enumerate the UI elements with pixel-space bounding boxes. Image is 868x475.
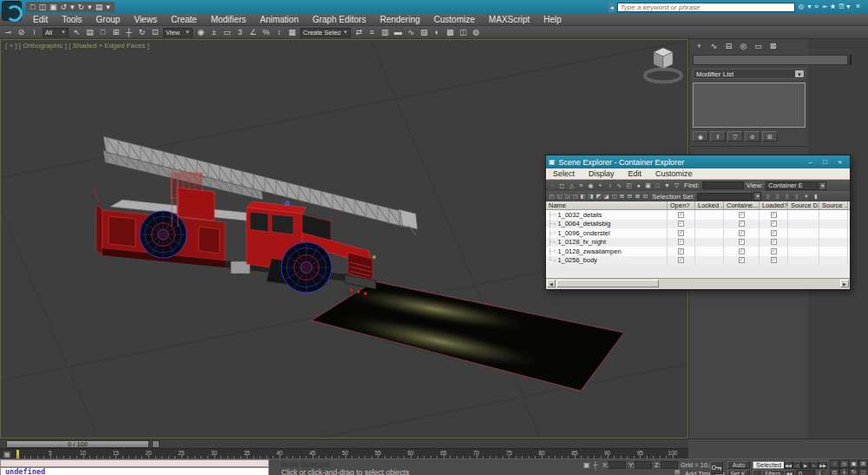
checkbox[interactable]: ✓ <box>678 212 684 218</box>
tab-motion[interactable]: ◎ <box>737 40 750 51</box>
object-color-swatch[interactable] <box>850 55 852 65</box>
reload-container-icon[interactable]: ▯ <box>783 193 791 201</box>
new-file-icon[interactable]: □ <box>30 2 36 12</box>
menu-group[interactable]: Group <box>89 14 128 26</box>
se-menu-display[interactable]: Display <box>582 169 621 178</box>
checkbox[interactable]: ✓ <box>739 221 745 227</box>
go-to-start-button[interactable]: ◀◀ <box>784 461 792 469</box>
select-and-scale-icon[interactable]: ⊡ <box>148 27 161 38</box>
infocenter-search-input[interactable] <box>617 3 795 12</box>
select-none-icon[interactable]: □ <box>653 181 662 190</box>
container-tool-icon-6[interactable]: ◨ <box>587 193 595 201</box>
material-editor-icon[interactable]: ◐ <box>431 27 444 38</box>
viewcube[interactable] <box>645 48 681 82</box>
se-maximize-button[interactable]: □ <box>818 157 832 168</box>
checkbox[interactable]: ✓ <box>739 257 745 263</box>
checkbox[interactable]: ✓ <box>739 212 745 218</box>
display-geometry-icon[interactable]: ◻ <box>557 181 567 190</box>
display-containers-icon[interactable]: ◰ <box>624 181 634 190</box>
row-name-cell[interactable]: ├○1_0128_fx_night <box>546 238 667 247</box>
menu-rendering[interactable]: Rendering <box>373 14 427 26</box>
row-cell[interactable] <box>788 228 819 238</box>
display-shapes-icon[interactable]: △ <box>567 181 576 190</box>
se-close-button[interactable]: × <box>832 157 847 168</box>
container-tool-icon-11[interactable]: ⊟ <box>626 193 634 201</box>
track-bar[interactable]: ▦ 51015202530354045505560657075808590951… <box>0 448 688 459</box>
previous-frame-button[interactable]: ◁ <box>792 461 801 469</box>
container-tool-icon-13[interactable]: ⊡ <box>641 193 649 201</box>
column-header-source[interactable]: Source ... <box>819 201 848 209</box>
reference-coordinate-select[interactable]: View▼ <box>163 28 193 37</box>
row-cell[interactable] <box>819 228 848 238</box>
select-and-rotate-icon[interactable]: ↻ <box>135 27 148 38</box>
se-menu-edit[interactable]: Edit <box>621 169 649 178</box>
chevron-down-icon[interactable]: ▼ <box>343 30 348 35</box>
unlink-selection-icon[interactable]: ⊘ <box>15 27 28 38</box>
container-tool-icon-12[interactable]: ⊠ <box>634 193 641 201</box>
viewport-label[interactable]: [ + ] [ Orthographic ] [ Shaded + Edged … <box>5 42 149 49</box>
view-select[interactable]: Container E <box>766 181 818 190</box>
zoom-icon[interactable]: ○ <box>830 459 839 468</box>
modifier-stack-list[interactable] <box>693 82 806 128</box>
modifier-list-dropdown[interactable]: Modifier List ▼ <box>693 69 806 79</box>
scrollbar-thumb[interactable] <box>556 280 659 287</box>
y-coordinate-field[interactable] <box>635 461 652 469</box>
checkbox[interactable]: ✓ <box>739 230 745 236</box>
minimize-button[interactable]: – <box>817 1 833 12</box>
menu-help[interactable]: Help <box>536 14 569 26</box>
chevron-down-icon[interactable]: ▼ <box>185 30 190 35</box>
row-cell[interactable]: ✓ <box>724 228 760 238</box>
select-all-icon[interactable]: ▣ <box>643 181 653 190</box>
row-cell[interactable]: ✓ <box>724 256 760 266</box>
select-and-manipulate-icon[interactable]: ± <box>207 27 220 38</box>
menu-graph-editors[interactable]: Graph Editors <box>306 14 373 26</box>
layer-explorer-icon[interactable]: ▥ <box>378 27 391 38</box>
update-container-icon[interactable]: ▯ <box>792 193 800 201</box>
edit-named-selection-sets-icon[interactable]: ▦ <box>286 27 299 38</box>
zoom-all-icon[interactable]: ◎ <box>839 459 849 468</box>
row-cell[interactable] <box>695 220 724 229</box>
close-button[interactable]: × <box>850 1 866 12</box>
row-cell[interactable]: ✓ <box>760 220 788 229</box>
open-file-icon[interactable]: ◫ <box>37 2 47 12</box>
snap-toggle-3d-icon[interactable]: 3 <box>233 27 247 38</box>
row-cell[interactable]: ✓ <box>760 256 788 266</box>
horizontal-scrollbar[interactable]: ◀ ▶ <box>546 278 850 287</box>
row-cell[interactable] <box>819 247 848 256</box>
row-cell[interactable] <box>819 220 848 229</box>
current-frame-field[interactable] <box>796 470 815 475</box>
row-cell[interactable]: ✓ <box>760 247 788 256</box>
row-cell[interactable]: ✓ <box>724 220 760 229</box>
chevron-down-icon[interactable]: ▼ <box>61 30 66 35</box>
mirror-icon[interactable]: ⇄ <box>352 27 365 38</box>
column-header-open[interactable]: Open? <box>667 201 695 209</box>
dropdown-icon[interactable]: ▾ <box>802 193 810 201</box>
checkbox[interactable]: ✓ <box>739 248 745 254</box>
row-cell[interactable] <box>819 256 848 266</box>
absolute-mode-icon[interactable]: ┼ <box>593 461 598 469</box>
object-name-field[interactable] <box>693 55 848 65</box>
render-production-icon[interactable]: ◍ <box>470 27 483 38</box>
maximize-viewport-icon[interactable]: □ <box>858 468 868 475</box>
lock-icon[interactable]: ▮ <box>812 193 819 201</box>
menu-maxscript[interactable]: MAXScript <box>482 14 536 26</box>
view-select-arrow-icon[interactable]: ▼ <box>819 181 826 190</box>
tab-create[interactable]: + <box>693 40 706 51</box>
checkbox[interactable]: ✓ <box>678 221 684 227</box>
auto-key-button[interactable]: Auto <box>727 461 750 469</box>
set-key-button[interactable]: Set K. <box>727 470 750 475</box>
checkbox[interactable]: ✓ <box>678 239 684 245</box>
checkbox[interactable]: ✓ <box>678 230 684 236</box>
column-header-containe[interactable]: Containe... <box>724 201 760 209</box>
remove-modifier-button[interactable]: ⊘ <box>745 131 760 142</box>
row-cell[interactable]: ✓ <box>760 228 788 238</box>
table-row[interactable]: ├○1_0128_fx_night✓✓✓ <box>546 238 850 247</box>
maxscript-mini-listener[interactable]: undefined <box>0 467 269 475</box>
row-name-cell[interactable]: ├○1_0064_detailsbig <box>546 220 667 229</box>
row-cell[interactable]: ✓ <box>760 238 788 247</box>
search-icon[interactable]: ◎ <box>797 2 806 12</box>
row-name-cell[interactable]: └○1_0256_body <box>546 256 667 266</box>
row-cell[interactable] <box>788 210 819 220</box>
window-crossing-icon[interactable]: ⊞ <box>109 27 122 38</box>
tab-modify[interactable]: ∿ <box>707 40 720 51</box>
